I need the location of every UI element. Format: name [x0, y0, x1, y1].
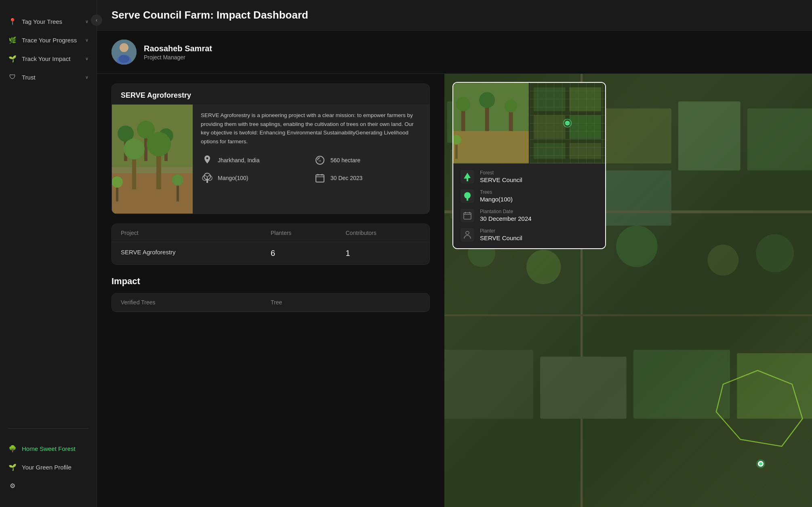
project-card-title: SERVE Agroforestry	[112, 84, 429, 105]
plantation-icon	[461, 209, 474, 222]
planter-icon	[461, 228, 474, 242]
calendar-icon	[313, 172, 326, 184]
map-location-dot	[758, 461, 764, 467]
col-planters: Planters	[271, 230, 346, 236]
svg-point-1	[120, 43, 128, 52]
row-planters: 6	[271, 249, 346, 258]
meta-tree-type: Mango(100)	[201, 172, 309, 184]
sidebar-item-green-profile[interactable]: 🌱 Your Green Profile	[0, 458, 97, 476]
sidebar-item-track-impact-label: Track Your Impact	[22, 55, 70, 62]
impact-col-verified: Verified Trees	[121, 299, 271, 306]
project-description-text: SERVE Agroforestry is a pioneering proje…	[201, 111, 421, 146]
svg-rect-6	[112, 167, 193, 173]
avatar-svg	[111, 40, 137, 65]
chevron-down-icon-4: ∨	[85, 75, 88, 80]
svg-point-20	[172, 174, 183, 186]
settings-icon: ⚙	[8, 481, 17, 490]
map-info-trees: Trees Mango(100)	[461, 189, 598, 203]
sidebar-item-trust-label: Trust	[22, 74, 36, 81]
sidebar-item-settings[interactable]: ⚙	[0, 476, 97, 495]
avatar-image	[111, 40, 137, 65]
sidebar-item-home-sweet-forest-label: Home Sweet Forest	[22, 445, 76, 452]
impact-section: Impact Verified Trees Tree	[111, 276, 430, 312]
svg-rect-50	[633, 350, 730, 419]
sidebar-item-track-impact[interactable]: 🌱 Track Your Impact ∨	[0, 49, 97, 68]
date-text: 30 Dec 2023	[330, 175, 362, 181]
row-project: SERVE Agroforestry	[121, 249, 271, 258]
svg-point-60	[505, 100, 517, 112]
svg-rect-54	[453, 131, 529, 163]
tree-type-icon	[201, 172, 214, 184]
project-image	[112, 105, 193, 214]
aerial-grid	[530, 83, 605, 163]
map-panel: Forest SERVE Council Tr	[444, 74, 812, 507]
farm-illustration	[112, 105, 193, 214]
main-content: Serve Council Farm: Impact Dashboard Rao…	[97, 0, 812, 507]
stats-table-row: SERVE Agroforestry 6 1	[112, 242, 429, 264]
sidebar-item-tag-trees-label: Tag Your Trees	[22, 18, 62, 25]
plantation-date: 30 December 2024	[480, 215, 532, 222]
map-image-1	[453, 83, 529, 163]
plantation-label: Plantation Date	[480, 209, 532, 214]
svg-rect-61	[455, 143, 458, 159]
map-info-forest-content: Forest SERVE Council	[480, 170, 522, 183]
impact-title: Impact	[111, 276, 430, 287]
svg-point-56	[456, 97, 470, 111]
sidebar-navigation: 📍 Tag Your Trees ∨ 🌿 Trace Your Progress…	[0, 8, 97, 422]
col-project: Project	[121, 230, 271, 236]
impact-col-tree: Tree	[271, 299, 421, 306]
svg-point-76	[464, 192, 471, 199]
meta-location: Jharkhand, India	[201, 154, 309, 167]
left-panel: SERVE Agroforestry	[97, 74, 444, 507]
svg-point-3	[119, 55, 129, 63]
svg-rect-48	[444, 350, 533, 419]
map-info-section: Forest SERVE Council Tr	[453, 163, 605, 248]
svg-rect-51	[737, 353, 812, 419]
avatar	[111, 40, 137, 65]
svg-rect-38	[678, 101, 740, 170]
planter-name: SERVE Council	[480, 235, 522, 241]
green-profile-icon: 🌱	[8, 463, 17, 471]
svg-text:H: H	[319, 159, 321, 163]
svg-point-58	[479, 92, 495, 108]
forest-name: SERVE Council	[480, 176, 522, 183]
content-area: SERVE Agroforestry	[97, 74, 812, 507]
chevron-down-icon-2: ∨	[85, 38, 88, 43]
svg-rect-39	[747, 108, 812, 170]
sidebar-collapse-button[interactable]: ‹	[91, 15, 102, 26]
svg-rect-77	[464, 213, 471, 219]
project-card: SERVE Agroforestry	[111, 84, 430, 214]
user-info: Raosaheb Samrat Project Manager	[144, 44, 212, 61]
svg-point-45	[616, 226, 658, 267]
impact-card: Verified Trees Tree	[111, 293, 430, 312]
map-images	[453, 83, 605, 163]
sidebar-item-home-sweet-forest[interactable]: 🌳 Home Sweet Forest	[0, 439, 97, 458]
svg-rect-19	[177, 183, 179, 201]
tree-type-text: Mango(100)	[218, 175, 248, 181]
area-text: 560 hectare	[330, 157, 360, 163]
trace-progress-icon: 🌿	[8, 36, 17, 44]
user-card: Raosaheb Samrat Project Manager	[97, 31, 812, 74]
row-contributors: 1	[346, 249, 421, 258]
map-info-planter: Planter SERVE Council	[461, 228, 598, 242]
sidebar-bottom-section: 🌳 Home Sweet Forest 🌱 Your Green Profile…	[0, 435, 97, 499]
svg-rect-59	[509, 109, 513, 131]
map-overlay-card: Forest SERVE Council Tr	[452, 82, 606, 249]
meta-area: H 560 hectare	[313, 154, 421, 167]
meta-date: 30 Dec 2023	[313, 172, 421, 184]
svg-point-47	[756, 234, 794, 272]
sidebar-item-green-profile-label: Your Green Profile	[22, 464, 72, 471]
project-image-placeholder	[112, 105, 193, 214]
sidebar-item-tag-trees[interactable]: 📍 Tag Your Trees ∨	[0, 12, 97, 31]
sidebar-item-trust[interactable]: 🛡 Trust ∨	[0, 68, 97, 86]
trees-label: Trees	[480, 189, 513, 195]
svg-point-14	[124, 138, 145, 159]
user-name: Raosaheb Samrat	[144, 44, 212, 53]
map-info-planter-content: Planter SERVE Council	[480, 228, 522, 241]
svg-point-44	[526, 250, 561, 284]
sidebar-item-trace-progress-label: Trace Your Progress	[22, 37, 77, 44]
map-info-trees-content: Trees Mango(100)	[480, 189, 513, 203]
sidebar-item-trace-progress[interactable]: 🌿 Trace Your Progress ∨	[0, 31, 97, 49]
map-info-plantation-content: Plantation Date 30 December 2024	[480, 209, 532, 222]
trust-icon: 🛡	[8, 73, 17, 82]
